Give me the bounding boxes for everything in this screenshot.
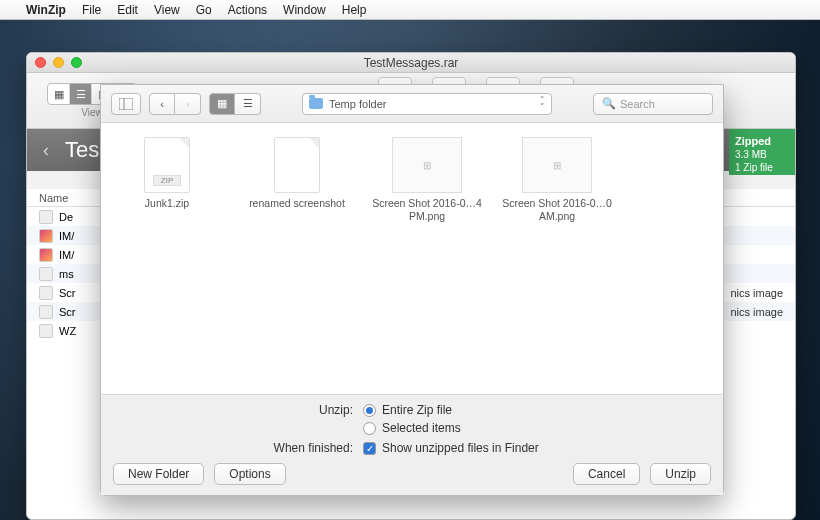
app-menu[interactable]: WinZip xyxy=(26,3,66,17)
back-chevron-icon[interactable]: ‹ xyxy=(27,140,65,161)
grid-item-label: renamed screenshot xyxy=(249,197,345,210)
file-name: IM/ xyxy=(59,230,74,242)
image-thumbnail-icon: ⊞ xyxy=(522,137,592,193)
archive-summary-panel: Zipped 3.3 MB 1 Zip file xyxy=(729,129,795,175)
file-name: ms xyxy=(59,268,74,280)
summary-count: 1 Zip file xyxy=(735,162,773,173)
menu-view[interactable]: View xyxy=(154,3,180,17)
new-folder-button[interactable]: New Folder xyxy=(113,463,204,485)
image-thumbnail-icon: ⊞ xyxy=(392,137,462,193)
radio-selected-items-label: Selected items xyxy=(382,421,461,435)
file-name: Scr xyxy=(59,287,76,299)
folder-name: Temp folder xyxy=(329,98,386,110)
chevron-updown-icon: ˄˅ xyxy=(540,97,545,111)
archive-title: Tes xyxy=(65,137,99,163)
nav-forward-button[interactable]: › xyxy=(175,93,201,115)
grid-item[interactable]: ⊞ Screen Shot 2016-0…4 PM.png xyxy=(371,137,483,223)
grid-item[interactable]: ZIP Junk1.zip xyxy=(111,137,223,210)
unzip-button[interactable]: Unzip xyxy=(650,463,711,485)
window-titlebar[interactable]: TestMessages.rar xyxy=(27,53,795,73)
sidebar-toggle-button[interactable] xyxy=(111,93,141,115)
sheet-options-area: Unzip: Entire Zip file Selected items Wh… xyxy=(101,394,723,495)
when-finished-label: When finished: xyxy=(113,441,363,455)
icon-view-button[interactable]: ▦ xyxy=(209,93,235,115)
sheet-toolbar: ‹ › ▦ ☰ Temp folder ˄˅ 🔍 Search xyxy=(101,85,723,123)
zip-file-icon: ZIP xyxy=(144,137,190,193)
grid-item-label: Screen Shot 2016-0…4 PM.png xyxy=(371,197,483,223)
nav-back-forward: ‹ › xyxy=(149,93,201,115)
checkbox-show-in-finder[interactable]: ✓ xyxy=(363,442,376,455)
grid-item-label: Junk1.zip xyxy=(145,197,189,210)
radio-selected-items[interactable] xyxy=(363,422,376,435)
view-icon-grid-icon[interactable]: ▦ xyxy=(48,84,70,104)
file-name: Scr xyxy=(59,306,76,318)
nav-back-button[interactable]: ‹ xyxy=(149,93,175,115)
file-kind: nics image xyxy=(730,306,783,318)
system-menubar: WinZip File Edit View Go Actions Window … xyxy=(0,0,820,20)
radio-entire-zip-label: Entire Zip file xyxy=(382,403,452,417)
svg-rect-0 xyxy=(119,98,133,110)
grid-item-label: Screen Shot 2016-0…0 AM.png xyxy=(501,197,613,223)
menu-help[interactable]: Help xyxy=(342,3,367,17)
destination-file-grid[interactable]: ZIP Junk1.zip renamed screenshot ⊞ Scree… xyxy=(101,123,723,394)
document-icon xyxy=(274,137,320,193)
options-button[interactable]: Options xyxy=(214,463,285,485)
menu-window[interactable]: Window xyxy=(283,3,326,17)
sidebar-icon xyxy=(119,98,133,110)
file-name: De xyxy=(59,211,73,223)
unzip-destination-sheet: ‹ › ▦ ☰ Temp folder ˄˅ 🔍 Search ZIP Junk… xyxy=(100,84,724,496)
view-icon-list-icon[interactable]: ☰ xyxy=(70,84,92,104)
radio-entire-zip[interactable] xyxy=(363,404,376,417)
list-view-button[interactable]: ☰ xyxy=(235,93,261,115)
search-placeholder: Search xyxy=(620,98,655,110)
menu-go[interactable]: Go xyxy=(196,3,212,17)
file-name: IM/ xyxy=(59,249,74,261)
unzip-scope-label: Unzip: xyxy=(113,403,363,417)
checkbox-show-in-finder-label: Show unzipped files in Finder xyxy=(382,441,539,455)
menu-edit[interactable]: Edit xyxy=(117,3,138,17)
destination-folder-popup[interactable]: Temp folder ˄˅ xyxy=(302,93,552,115)
cancel-button[interactable]: Cancel xyxy=(573,463,640,485)
grid-item[interactable]: renamed screenshot xyxy=(241,137,353,210)
summary-size: 3.3 MB xyxy=(735,149,767,160)
menu-actions[interactable]: Actions xyxy=(228,3,267,17)
folder-icon xyxy=(309,98,323,109)
search-icon: 🔍 xyxy=(602,97,616,110)
finder-view-segment: ▦ ☰ xyxy=(209,93,261,115)
file-name: WZ xyxy=(59,325,76,337)
menu-file[interactable]: File xyxy=(82,3,101,17)
window-title: TestMessages.rar xyxy=(27,56,795,70)
grid-item[interactable]: ⊞ Screen Shot 2016-0…0 AM.png xyxy=(501,137,613,223)
file-kind: nics image xyxy=(730,287,783,299)
search-field[interactable]: 🔍 Search xyxy=(593,93,713,115)
summary-title: Zipped xyxy=(735,134,789,148)
